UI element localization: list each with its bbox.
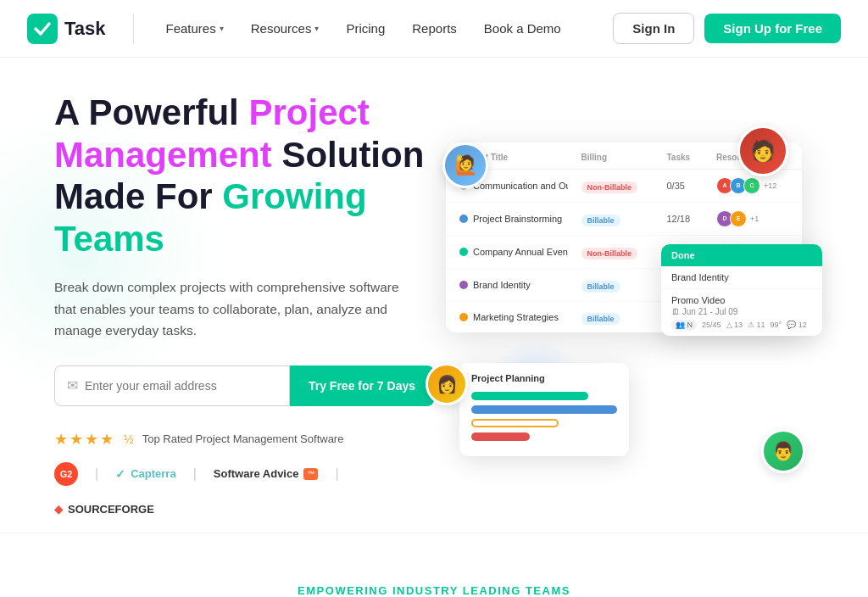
done-popup-header: Done [661, 244, 822, 266]
email-icon: ✉ [67, 377, 78, 393]
col-tasks: Tasks [667, 153, 704, 162]
nav-divider [133, 14, 134, 44]
col-billing: Billing [581, 153, 654, 162]
nav-actions: Sign In Sign Up for Free [613, 13, 841, 44]
bottom-label: EMPOWERING INDUSTRY LEADING TEAMS [54, 584, 814, 597]
hero-section: A Powerful Project Management Solution M… [0, 58, 868, 533]
half-star: ½ [124, 432, 134, 446]
nav-link-demo[interactable]: Book a Demo [472, 14, 573, 42]
gantt-bar-1 [471, 392, 617, 400]
logo-text: Task [64, 18, 106, 40]
done-item-brand: Brand Identity [661, 266, 822, 289]
table-row: Project Brainstorming Billable 12/18 D E… [446, 203, 802, 236]
signin-button[interactable]: Sign In [613, 13, 694, 44]
avatar-person1: 🙋 [442, 142, 488, 188]
email-input[interactable] [85, 379, 277, 393]
try-free-button[interactable]: Try Free for 7 Days [290, 365, 434, 406]
gantt-bar-4 [471, 432, 617, 441]
avatar-person2: 🧑 [737, 126, 788, 176]
gantt-bar-2 [471, 405, 617, 414]
chevron-down-icon: ▾ [314, 24, 319, 33]
bottom-section: EMPOWERING INDUSTRY LEADING TEAMS McLare… [0, 533, 868, 597]
nav-link-pricing[interactable]: Pricing [334, 14, 397, 42]
badge-software-advice: Software Advice ™ [214, 467, 319, 480]
badge-sourceforge: ◆ SOURCEFORGE [54, 503, 154, 516]
done-popup: Done Brand Identity Promo Video 🗓 Jun 21… [661, 244, 822, 336]
nav-link-reports[interactable]: Reports [400, 14, 469, 42]
done-item-promo: Promo Video 🗓 Jun 21 - Jul 09 👥 N 25/45 … [661, 289, 822, 336]
svg-rect-0 [27, 14, 58, 44]
hero-description: Break down complex projects with compreh… [54, 276, 410, 342]
logo-icon [27, 14, 58, 44]
star-rating: ★★★★ [54, 430, 115, 449]
nav-link-features[interactable]: Features ▾ [154, 14, 236, 42]
gantt-title: Project Planning [471, 373, 617, 383]
hero-title: A Powerful Project Management Solution M… [54, 92, 434, 259]
nav-link-resources[interactable]: Resources ▾ [239, 14, 331, 42]
signup-button[interactable]: Sign Up for Free [704, 14, 841, 43]
nav-links: Features ▾ Resources ▾ Pricing Reports B… [154, 14, 614, 42]
gantt-popup: Project Planning [459, 363, 629, 456]
navbar: Task Features ▾ Resources ▾ Pricing Repo… [0, 0, 868, 58]
chevron-down-icon: ▾ [220, 24, 224, 33]
logo[interactable]: Task [27, 14, 106, 44]
hero-badges: G2 | ✓ Capterra | Software Advice ™ | ◆ … [54, 462, 434, 516]
hero-content: A Powerful Project Management Solution M… [54, 92, 434, 516]
hero-rating: ★★★★ ½ Top Rated Project Management Soft… [54, 430, 434, 449]
email-cta-row: ✉ Try Free for 7 Days [54, 365, 434, 406]
badge-capterra: ✓ Capterra [115, 467, 175, 481]
avatar-person3: 👩 [426, 363, 468, 405]
hero-visual: 🙋 🧑 👩 👨 Project Title Billing Tasks Reso… [434, 126, 814, 482]
gantt-bar-3 [471, 419, 617, 427]
avatar-person4: 👨 [761, 429, 805, 473]
email-input-wrap: ✉ [54, 365, 290, 406]
rating-text: Top Rated Project Management Software [142, 432, 344, 445]
badge-g2: G2 [54, 462, 78, 486]
table-row: Communication and Outreach Non-Billable … [446, 170, 802, 203]
